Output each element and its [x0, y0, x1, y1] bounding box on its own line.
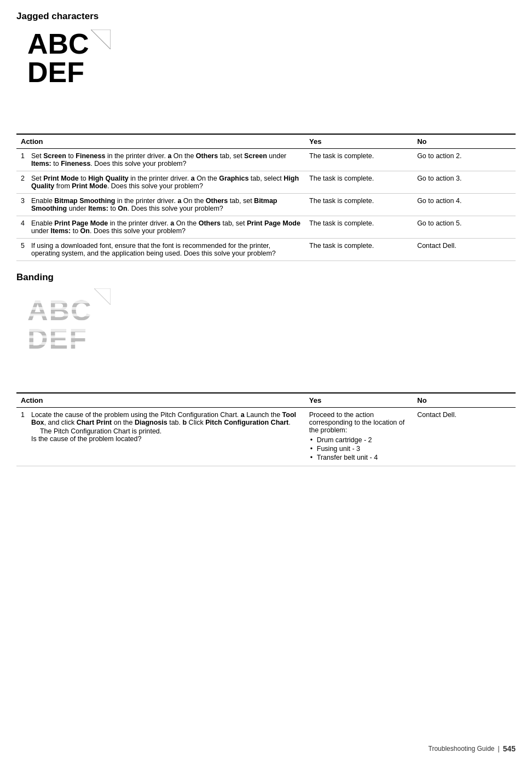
row-yes: The task is complete. [305, 171, 413, 194]
band-stripe-7 [27, 342, 88, 345]
row-no: Go to action 2. [413, 149, 516, 171]
action-question: Does this solve your problem? [131, 205, 223, 212]
table-row: 4 Enable Print Page Mode in the printer … [16, 216, 516, 239]
row-num: 2 [16, 171, 27, 194]
jagged-characters-illustration: ABC DEF [27, 30, 137, 123]
th-no-jagged: No [413, 134, 516, 149]
band-stripe-3 [27, 314, 92, 316]
action-main: Set Screen to Fineness in the printer dr… [31, 152, 166, 160]
row-yes: The task is complete. [305, 194, 413, 216]
row-action: If using a downloaded font, ensure that … [27, 239, 305, 261]
row-action: Locate the cause of the problem using th… [27, 408, 305, 466]
svg-marker-1 [94, 288, 111, 305]
table-row: 1 Locate the cause of the problem using … [16, 408, 516, 466]
page-footer: Troubleshooting Guide | 545 [429, 744, 516, 753]
row-no: Go to action 4. [413, 194, 516, 216]
row-num: 3 [16, 194, 27, 216]
row-num: 5 [16, 239, 27, 261]
page: Jagged characters ABC DEF Action Yes No … [0, 0, 532, 764]
banding-table: Action Yes No 1 Locate the cause of the … [16, 392, 516, 466]
banding-title: Banding [16, 272, 516, 283]
svg-marker-0 [91, 30, 111, 49]
th-no-banding: No [413, 393, 516, 408]
row-yes: The task is complete. [305, 149, 413, 171]
band-stripe-6 [27, 335, 88, 338]
table-row: 5 If using a downloaded font, ensure tha… [16, 239, 516, 261]
footer-page-number: 545 [503, 744, 516, 753]
th-yes-banding: Yes [305, 393, 413, 408]
footer-label: Troubleshooting Guide [429, 745, 495, 753]
action-question: Does this solve your problem? [94, 227, 186, 235]
corner-triangle-banding [94, 288, 111, 305]
th-action-banding: Action [16, 393, 305, 408]
action-sub-b: b Click Pitch Configuration Chart. [183, 419, 291, 426]
row-yes: Proceed to the action corresponding to t… [305, 408, 413, 466]
action-question: Does this solve your problem? [94, 160, 186, 167]
band-stripe-8 [27, 349, 88, 351]
row-no: Go to action 3. [413, 171, 516, 194]
action-question: Is the cause of the problem located? [31, 435, 142, 443]
banding-abc-text: ABC [27, 296, 92, 325]
row-action: Set Print Mode to High Quality in the pr… [27, 171, 305, 194]
action-question: Does this solve your problem? [111, 182, 203, 190]
row-num: 1 [16, 149, 27, 171]
row-action: Set Screen to Fineness in the printer dr… [27, 149, 305, 171]
footer-separator: | [498, 745, 500, 753]
band-stripe-5 [27, 329, 88, 332]
action-main: Enable Print Page Mode in the printer dr… [31, 219, 169, 227]
bullet-item: Transfer belt unit - 4 [309, 454, 409, 461]
action-question: Does this solve your problem? [184, 250, 276, 257]
banding-illustration: ABC DEF [27, 288, 137, 381]
action-main: Set Print Mode to High Quality in the pr… [31, 175, 189, 182]
band-stripe-1 [27, 300, 92, 303]
table-row: 1 Set Screen to Fineness in the printer … [16, 149, 516, 171]
row-num: 4 [16, 216, 27, 239]
def-text-jagged: DEF [27, 58, 115, 86]
row-action: Enable Print Page Mode in the printer dr… [27, 216, 305, 239]
action-main: Enable Bitmap Smoothing in the printer d… [31, 197, 176, 205]
bullet-item: Drum cartridge - 2 [309, 436, 409, 444]
yes-intro: Proceed to the action corresponding to t… [309, 411, 404, 434]
abc-image-banding: ABC DEF [27, 288, 115, 371]
yes-bullets: Drum cartridge - 2 Fusing unit - 3 Trans… [309, 436, 409, 461]
action-sub-b2: The Pitch Configuration Chart is printed… [40, 427, 300, 435]
row-action: Enable Bitmap Smoothing in the printer d… [27, 194, 305, 216]
row-num: 1 [16, 408, 27, 466]
banding-def-text: DEF [27, 325, 88, 353]
th-action-jagged: Action [16, 134, 305, 149]
action-main: Locate the cause of the problem using th… [31, 411, 239, 419]
table-row: 2 Set Print Mode to High Quality in the … [16, 171, 516, 194]
band-stripe-2 [27, 307, 92, 310]
th-yes-jagged: Yes [305, 134, 413, 149]
jagged-characters-title: Jagged characters [16, 11, 516, 22]
row-no: Go to action 5. [413, 216, 516, 239]
row-yes: The task is complete. [305, 239, 413, 261]
jagged-characters-table: Action Yes No 1 Set Screen to Fineness i… [16, 134, 516, 261]
bullet-item: Fusing unit - 3 [309, 445, 409, 453]
corner-triangle-jagged [91, 30, 111, 49]
row-yes: The task is complete. [305, 216, 413, 239]
table-row: 3 Enable Bitmap Smoothing in the printer… [16, 194, 516, 216]
row-no: Contact Dell. [413, 408, 516, 466]
abc-image-jagged: ABC DEF [27, 30, 115, 112]
row-no: Contact Dell. [413, 239, 516, 261]
